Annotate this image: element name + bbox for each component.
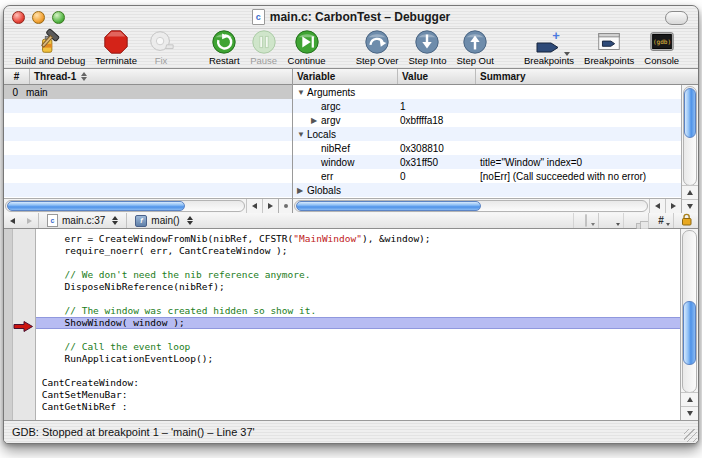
variable-summary [476, 113, 681, 127]
code-line[interactable]: DisposeNibReference(nibRef); [36, 281, 681, 293]
column-header-summary[interactable]: Summary [476, 69, 698, 84]
scrollbar-thumb[interactable] [7, 201, 185, 211]
scrollbar-thumb[interactable] [296, 201, 481, 211]
code-line[interactable]: // The window was created hidden so show… [36, 305, 681, 317]
scrollbar-thumb[interactable] [683, 301, 696, 365]
scroll-up-button[interactable] [681, 392, 698, 406]
file-popup[interactable]: c main.c:37 [39, 213, 126, 228]
empty-row [4, 99, 292, 113]
titlebar[interactable]: c main.c: CarbonTest – Debugger [4, 6, 698, 29]
toolbar-toggle-button[interactable] [665, 11, 688, 25]
variable-name: Globals [307, 185, 341, 196]
lock-button[interactable] [673, 213, 698, 228]
toolbar-button-step-into[interactable]: Step Into [403, 28, 451, 66]
code-line[interactable]: CantSetMenuBar: [36, 389, 681, 401]
variable-row[interactable]: nibRef 0x308810 [293, 141, 681, 155]
close-button[interactable] [12, 11, 25, 24]
scroll-left-button[interactable] [246, 199, 262, 213]
code-line[interactable]: RunApplicationEventLoop(); [36, 353, 681, 365]
scrollbar-track[interactable] [682, 230, 697, 393]
code-line[interactable] [36, 293, 681, 305]
column-header-number[interactable]: # [4, 69, 30, 84]
zoom-button[interactable] [52, 11, 65, 24]
pane-splitter-handle[interactable] [278, 199, 292, 213]
code-line[interactable]: // Call the event loop [36, 341, 681, 353]
scroll-down-button[interactable] [682, 199, 698, 213]
scrollbar-track[interactable] [5, 200, 245, 212]
breakpoints-popup-button[interactable] [598, 213, 623, 228]
code-line[interactable]: CantCreateWindow: [36, 377, 681, 389]
variable-row[interactable]: err 0 [noErr] (Call succeeded with no er… [293, 169, 681, 183]
toolbar-button-label: Pause [250, 56, 277, 66]
toolbar-button-build-and-debug[interactable]: Build and Debug [10, 28, 90, 66]
current-execution-line[interactable]: ShowWindow( window ); [36, 317, 681, 329]
toolbar-button-breakpoints[interactable]: Breakpoints [579, 28, 639, 66]
scrollbar-track[interactable] [294, 200, 648, 212]
disclosure-triangle-icon[interactable]: ▶ [297, 186, 307, 195]
program-counter-arrow-icon[interactable] [13, 318, 34, 329]
toolbar-button-label: Build and Debug [15, 56, 85, 66]
toolbar-button-console[interactable]: (gdb) Console [639, 28, 684, 66]
variable-row[interactable]: ▶ argv 0xbffffa18 [293, 113, 681, 127]
toolbar-button-breakpoints-add[interactable]: + Breakpoints [519, 28, 579, 66]
thread-pane: # Thread-1 0 main [4, 69, 292, 213]
variable-vertical-scrollbar[interactable] [681, 85, 698, 213]
minimize-button[interactable] [32, 11, 45, 24]
variable-row[interactable]: ▼ Arguments [293, 85, 681, 99]
toolbar-button-step-over[interactable]: Step Over [351, 28, 404, 66]
toolbar-button-step-out[interactable]: Step Out [451, 28, 499, 66]
bookmarks-popup-button [573, 213, 598, 228]
line-numbers-popup-button[interactable]: # [648, 213, 673, 228]
scroll-right-button[interactable] [262, 199, 278, 213]
code-line[interactable] [36, 257, 681, 269]
svg-text:+: + [552, 28, 560, 43]
variable-summary [476, 183, 681, 197]
variable-name: Locals [307, 129, 336, 140]
disclosure-triangle-icon[interactable]: ▼ [297, 130, 307, 139]
variable-summary [476, 127, 681, 141]
scroll-right-button[interactable] [665, 199, 681, 213]
code-line[interactable]: require_noerr( err, CantCreateWindow ); [36, 245, 681, 257]
code-line[interactable] [36, 365, 681, 377]
variable-row[interactable]: window 0x31ff50 title="Window" index=0 [293, 155, 681, 169]
scrollbar-thumb[interactable] [684, 88, 696, 138]
thread-horizontal-scrollbar[interactable] [4, 198, 292, 213]
toolbar-button-restart[interactable]: Restart [204, 28, 245, 66]
resize-grip[interactable] [684, 429, 697, 442]
variable-row[interactable]: argc 1 [293, 99, 681, 113]
column-header-value[interactable]: Value [398, 69, 476, 84]
lock-icon [681, 213, 692, 228]
variable-summary [476, 99, 681, 113]
empty-row [4, 155, 292, 169]
code-line[interactable] [36, 329, 681, 341]
variable-row[interactable]: ▶ Globals [293, 183, 681, 197]
back-button[interactable] [4, 213, 21, 228]
disclosure-triangle-icon[interactable]: ▶ [311, 116, 321, 125]
editor-gutter[interactable] [4, 229, 36, 420]
variable-list: ▼ Arguments argc 1 ▶ argv 0xbffffa18 ▼ L… [293, 85, 681, 198]
column-header-variable[interactable]: Variable [293, 69, 398, 84]
thread-row[interactable]: 0 main [4, 85, 292, 99]
scroll-down-button[interactable] [681, 406, 698, 420]
variable-row[interactable]: ▼ Locals [293, 127, 681, 141]
thread-row-name: main [26, 87, 48, 98]
toolbar-button-terminate[interactable]: Terminate [90, 28, 142, 66]
step-into-circle-icon [413, 28, 441, 56]
source-editor[interactable]: err = CreateWindowFromNib(nibRef, CFSTR(… [4, 229, 698, 420]
column-header-thread[interactable]: Thread-1 [30, 69, 292, 84]
editor-vertical-scrollbar[interactable] [680, 229, 698, 420]
menu-arrow-icon [564, 52, 570, 56]
variable-horizontal-scrollbar[interactable] [293, 198, 681, 213]
disclosure-triangle-icon[interactable]: ▼ [297, 88, 307, 97]
code-area[interactable]: err = CreateWindowFromNib(nibRef, CFSTR(… [36, 229, 681, 420]
toolbar-button-continue[interactable]: Continue [283, 28, 331, 66]
scroll-up-button[interactable] [682, 185, 698, 199]
code-line[interactable]: CantGetNibRef : [36, 401, 681, 413]
code-line[interactable]: err = CreateWindowFromNib(nibRef, CFSTR(… [36, 233, 681, 245]
scroll-left-button[interactable] [649, 199, 665, 213]
variable-pane: Variable Value Summary ▼ Arguments argc … [292, 69, 698, 213]
scrollbar-track[interactable] [683, 86, 697, 186]
toolbar-button-pause: Pause [245, 28, 283, 66]
code-line[interactable]: // We don't need the nib reference anymo… [36, 269, 681, 281]
function-popup[interactable]: f main() [127, 213, 200, 228]
